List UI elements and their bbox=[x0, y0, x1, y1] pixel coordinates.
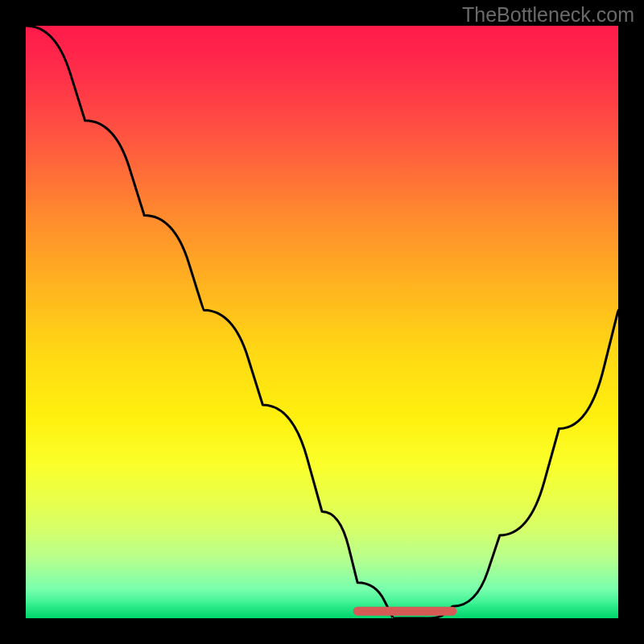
chart-frame: TheBottleneck.com bbox=[0, 0, 644, 644]
chart-svg bbox=[26, 26, 618, 618]
watermark-text: TheBottleneck.com bbox=[462, 3, 634, 27]
bottleneck-curve bbox=[26, 26, 618, 618]
plot-area bbox=[26, 26, 618, 618]
